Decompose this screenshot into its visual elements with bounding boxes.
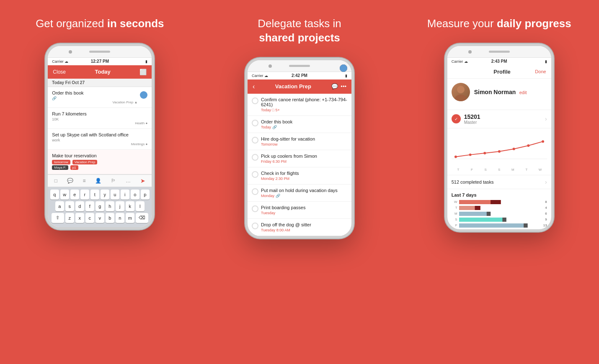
key-w[interactable]: w [60,190,69,200]
editing-tags: tomorrow Vacation Prep [52,160,147,164]
task-tag: Meetings ● [52,142,147,146]
task-item: Set up Skype call with Scotland office w… [48,129,152,150]
task-row-sub: Tomorrow [261,142,315,146]
more-icon[interactable]: ••• [341,83,346,90]
key-l[interactable]: l [136,201,145,211]
person-icon[interactable]: 👤 [95,178,101,184]
key-k[interactable]: k [126,201,134,211]
keyboard: q w e r t y u i o p a s d f g h j k l [48,187,152,227]
key-t[interactable]: t [90,190,99,200]
keyboard-row-3: ⇧ z x c v b n m ⌫ [49,213,150,223]
battery-icon: ▮ [345,74,347,78]
task-circle[interactable] [252,171,258,178]
phone-3: Carrier ☁ 2:43 PM ▮ Profile Done [445,44,554,232]
key-y[interactable]: y [101,190,109,200]
task-row: Order this book Today 🔗 [248,116,351,133]
key-q[interactable]: q [50,190,59,200]
key-s[interactable]: s [65,201,74,211]
chevron-right-icon: › [545,115,547,122]
back-button[interactable]: ‹ [253,83,255,90]
svg-point-7 [512,148,515,150]
flag-icon[interactable]: 🏳 [111,178,116,184]
task-row-title: Confirm canoe rental (phone: +1-734-794-… [261,97,347,107]
karma-check-icon: ✓ [452,114,461,123]
edit-icon[interactable]: ⬜ [139,69,147,75]
task-circle[interactable] [252,137,258,144]
bar-track-t [459,206,538,210]
key-a[interactable]: a [55,201,64,211]
tag-vacation: Vacation Prep [72,160,98,164]
bar-value-w: 8 [540,200,547,204]
key-shift[interactable]: ⇧ [52,213,64,223]
status-time-3: 2:43 PM [491,59,507,64]
panel-2-title: Delegate tasks in shared projects [258,17,341,45]
task-tag: Vacation Prep ▲ [52,100,147,104]
task-circle[interactable] [252,154,258,161]
panel-2: Delegate tasks in shared projects Carrie… [200,0,400,364]
chart-label-m: M [506,168,520,172]
bar-label-s: S [452,218,457,221]
header-title-2: Vacation Prep [275,83,311,90]
key-m[interactable]: m [126,213,134,223]
bar-label-w: W [452,200,457,204]
list-icon[interactable]: ≡ [83,178,86,184]
task-row-title: Drop off the dog @ sitter [261,222,311,227]
task-title: Set up Skype call with Scotland office [52,132,147,137]
completed-row[interactable]: 512 completed tasks › [447,175,551,189]
progress-chart [452,132,547,165]
task-circle[interactable] [252,188,258,195]
send-icon[interactable]: ➤ [140,177,145,184]
key-b[interactable]: b [106,213,114,223]
task-row: Check in for flights Monday 2:30 PM [248,167,351,185]
task-item: Run 7 kilometers 10K Health ● [48,108,152,129]
mention-icon[interactable]: … [126,178,131,184]
key-backspace[interactable]: ⌫ [136,213,148,223]
last7-section: Last 7 days W 8 T [447,192,551,228]
task-circle[interactable] [252,97,258,104]
key-f[interactable]: f [85,201,94,211]
chevron-right-icon: › [545,179,547,185]
status-icons: ▮ [145,59,147,64]
carrier-text: Carrier ☁ [452,59,468,64]
comment-icon[interactable]: 💬 [331,83,338,90]
carrier-text: Carrier ☁ [52,59,68,64]
key-c[interactable]: c [85,213,94,223]
task-circle[interactable] [252,120,258,126]
svg-point-9 [542,140,544,143]
key-p[interactable]: p [141,190,150,200]
key-r[interactable]: r [80,190,89,200]
phone1-header: Close Today ⬜ [48,65,152,79]
key-n[interactable]: n [116,213,124,223]
key-v[interactable]: v [96,213,104,223]
battery-icon: ▮ [545,59,547,64]
phone-1-top [48,46,152,58]
key-u[interactable]: u [111,190,119,200]
task-row: Confirm canoe rental (phone: +1-734-794-… [248,94,351,116]
profile-name: Simon Norman [474,89,516,95]
key-g[interactable]: g [96,201,104,211]
done-button[interactable]: Done [535,69,546,74]
key-d[interactable]: d [75,201,84,211]
edit-link[interactable]: edit [519,90,527,95]
header-title-1: Today [95,69,111,75]
comment-icon[interactable]: 💬 [67,178,73,184]
key-h[interactable]: h [106,201,114,211]
key-i[interactable]: i [121,190,129,200]
task-row-sub: Today □ 5+ [261,108,347,112]
close-button[interactable]: Close [53,69,66,75]
chart-label-w: W [533,168,547,172]
task-icon[interactable]: □ [54,178,57,184]
task-row: Drop off the dog @ sitter Tuesday 8:00 A… [248,219,351,236]
task-circle[interactable] [252,205,258,212]
key-o[interactable]: o [131,190,139,200]
bar-track-f [459,223,538,228]
karma-row[interactable]: ✓ 15201 Master › [447,110,551,128]
speaker-icon [289,65,310,67]
key-z[interactable]: z [65,213,74,223]
key-j[interactable]: j [116,201,124,211]
task-row: Put mail on hold during vacation days Mo… [248,185,351,202]
task-row-title: Check in for flights [261,171,299,176]
task-circle[interactable] [252,223,258,229]
key-e[interactable]: e [70,190,79,200]
key-x[interactable]: x [75,213,84,223]
